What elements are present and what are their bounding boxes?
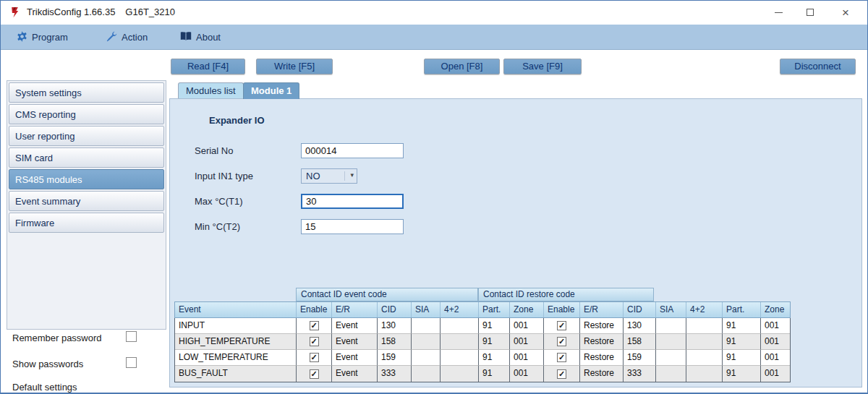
cell-enable: ✓ [297,318,332,334]
cell-enable: ✓ [544,318,580,334]
sidebar-item-cms-reporting[interactable]: CMS reporting [9,104,164,124]
cell-sia[interactable] [656,366,686,382]
cell-part[interactable]: 91 [479,350,510,366]
input-in1-type-select[interactable]: NO ▾ [301,168,357,184]
cell-enable: ✓ [297,366,332,382]
cell-4plus2[interactable] [441,318,479,334]
cell-zone[interactable]: 001 [761,366,790,382]
save-button[interactable]: Save [F9] [503,59,582,74]
sidebar-item-sim-card[interactable]: SIM card [9,147,164,168]
chevron-down-icon: ▾ [350,171,354,179]
cell-cid[interactable]: 159 [624,350,656,366]
cell-cid[interactable]: 130 [624,318,656,334]
column-header-row: EventEnableE/RCIDSIA4+2Part.ZoneEnableE/… [174,301,791,318]
menubar: Program Action About [1,25,867,50]
minimize-button[interactable] [762,1,794,24]
cell-4plus2[interactable] [686,366,723,382]
cell-sia[interactable] [412,318,441,334]
maximize-button[interactable] [794,1,826,24]
cell-er[interactable]: Event [332,350,378,366]
close-button[interactable]: × [830,1,861,24]
cell-4plus2[interactable] [441,350,479,366]
cell-sia[interactable] [412,350,441,366]
checkbox[interactable]: ✓ [557,337,566,346]
cell-4plus2[interactable] [441,366,479,382]
remember-password-checkbox[interactable] [126,331,137,342]
cell-er[interactable]: Restore [580,318,624,334]
remember-password-label: Remember password [12,333,102,343]
read-button[interactable]: Read [F4] [171,59,245,74]
cell-er[interactable]: Restore [580,350,624,366]
tab-modules-list[interactable]: Modules list [178,82,244,98]
column-header-4plus2: 4+2 [441,302,479,317]
column-header-zone: Zone [761,302,790,317]
cell-sia[interactable] [656,350,686,366]
cell-zone[interactable]: 001 [510,334,544,350]
column-header-enable: Enable [544,302,580,317]
cell-zone[interactable]: 001 [761,334,790,350]
cell-4plus2[interactable] [686,334,723,350]
tab-module-1[interactable]: Module 1 [243,82,299,99]
cell-enable: ✓ [297,334,332,350]
cell-part[interactable]: 91 [479,334,510,350]
write-button[interactable]: Write [F5] [256,59,333,74]
cell-part[interactable]: 91 [479,366,510,382]
menu-program[interactable]: Program [11,25,74,50]
cell-er[interactable]: Event [332,318,378,334]
cell-part[interactable]: 91 [723,318,761,334]
min-temp-input[interactable] [301,219,404,234]
max-temp-input[interactable] [301,194,404,209]
cell-er[interactable]: Restore [580,366,624,382]
cell-sia[interactable] [656,334,686,350]
cell-er[interactable]: Restore [580,334,624,350]
checkbox[interactable]: ✓ [310,353,319,362]
cell-cid[interactable]: 333 [378,366,412,382]
checkbox[interactable]: ✓ [557,369,566,379]
group-header-event-code: Contact ID event code [296,288,478,301]
cell-part[interactable]: 91 [723,366,761,382]
cell-er[interactable]: Event [332,334,378,350]
cell-er[interactable]: Event [332,366,378,382]
cell-cid[interactable]: 333 [624,366,656,382]
cell-4plus2[interactable] [441,334,479,350]
checkbox[interactable]: ✓ [557,321,566,330]
sidebar-item-system-settings[interactable]: System settings [9,82,164,103]
cell-sia[interactable] [412,334,441,350]
show-passwords-checkbox[interactable] [126,357,137,368]
cell-zone[interactable]: 001 [510,318,544,334]
cell-part[interactable]: 91 [723,334,761,350]
cell-zone[interactable]: 001 [761,350,790,366]
wrench-icon [106,31,117,44]
cell-zone[interactable]: 001 [510,350,544,366]
cell-part[interactable]: 91 [479,318,510,334]
cell-4plus2[interactable] [686,350,723,366]
open-button[interactable]: Open [F8] [424,59,500,74]
cell-cid[interactable]: 158 [378,334,412,350]
checkbox[interactable]: ✓ [310,369,319,379]
cell-zone[interactable]: 001 [761,318,790,334]
sidebar-item-user-reporting[interactable]: User reporting [9,126,164,146]
checkbox[interactable]: ✓ [310,337,319,346]
cell-event: INPUT [175,318,297,334]
cell-part[interactable]: 91 [723,350,761,366]
cell-sia[interactable] [412,366,441,382]
cell-cid[interactable]: 158 [624,334,656,350]
sidebar-item-event-summary[interactable]: Event summary [9,191,164,211]
events-table: Contact ID event code Contact ID restore… [174,288,791,382]
cell-zone[interactable]: 001 [510,366,544,382]
checkbox[interactable]: ✓ [310,321,319,330]
cell-cid[interactable]: 159 [378,350,412,366]
group-header-restore-code: Contact ID restore code [478,288,654,301]
serial-no-input[interactable] [301,143,404,158]
sidebar-item-rs485-modules[interactable]: RS485 modules [9,169,164,189]
input-in1-type-label: Input IN1 type [195,171,253,181]
disconnect-button[interactable]: Disconnect [780,59,856,74]
cell-4plus2[interactable] [686,318,723,334]
cell-sia[interactable] [656,318,686,334]
cell-cid[interactable]: 130 [378,318,412,334]
menu-action[interactable]: Action [101,25,153,50]
sidebar-item-firmware[interactable]: Firmware [9,213,164,233]
menu-about[interactable]: About [174,25,226,50]
checkbox[interactable]: ✓ [557,353,566,362]
cell-event: LOW_TEMPERATURE [175,350,297,366]
